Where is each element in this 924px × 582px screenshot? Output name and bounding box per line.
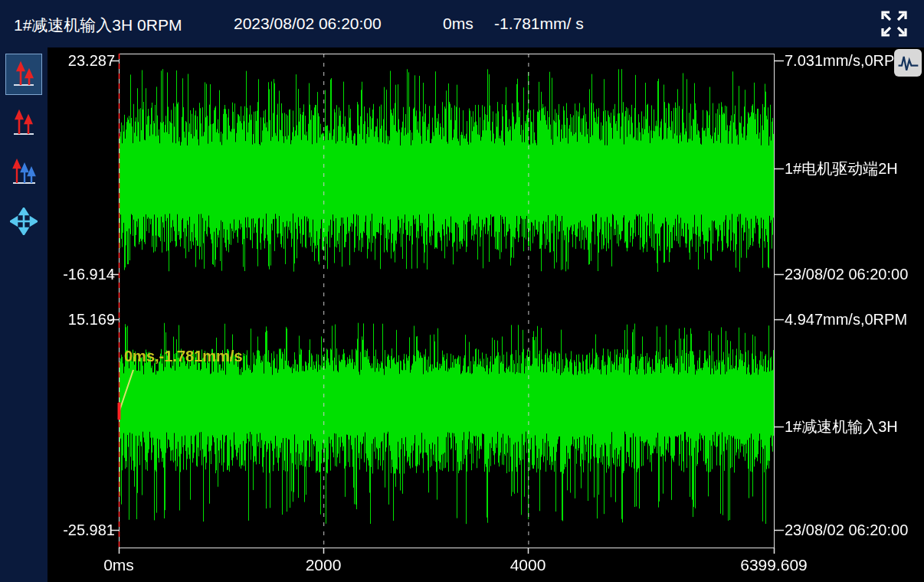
waveform-icon [896, 51, 920, 75]
waveform-chart-area: 23.287 -16.914 15.169 -25.981 7.031mm/s,… [48, 47, 924, 582]
ch1-peak-label: 7.031mm/s,0RPM [785, 51, 907, 70]
tool-sidebar [0, 47, 48, 582]
x-tick-4000: 4000 [510, 556, 546, 574]
x-axis-ticks [120, 548, 775, 554]
harmonic-markers-icon [10, 109, 38, 138]
ch2-time-label: 23/08/02 06:20:00 [785, 521, 908, 539]
ch2-y-max-label: 15.169 [48, 310, 115, 329]
x-tick-2000: 2000 [306, 556, 342, 574]
waveform-canvas[interactable] [119, 54, 774, 548]
tool-sideband-markers-button[interactable] [5, 152, 42, 193]
waveform-mode-button[interactable] [894, 49, 922, 77]
pan-move-icon [10, 208, 38, 235]
ch2-peak-label: 4.947mm/s,0RPM [785, 310, 907, 329]
tool-pan-button[interactable] [5, 201, 42, 242]
header-cursor-value: -1.781mm/ s [494, 15, 584, 33]
x-tick-end: 6399.609 [740, 556, 808, 574]
header-bar: 1#减速机输入3H 0RPM 2023/08/02 06:20:00 0ms -… [0, 0, 924, 47]
y-axis-ticks-right [774, 61, 784, 531]
single-marker-impulse-icon [10, 60, 38, 89]
channel-title: 1#减速机输入3H 0RPM [14, 15, 182, 36]
header-datetime: 2023/08/02 06:20:00 [234, 15, 382, 33]
vibration-analyzer-app: 1#减速机输入3H 0RPM 2023/08/02 06:20:00 0ms -… [0, 0, 924, 582]
tool-single-marker-button[interactable] [5, 54, 42, 95]
x-tick-0: 0ms [103, 556, 134, 574]
ch1-channel-name: 1#电机驱动端2H [785, 159, 898, 178]
sideband-markers-icon [10, 158, 38, 187]
fullscreen-button[interactable] [880, 9, 909, 38]
ch1-time-label: 23/08/02 06:20:00 [785, 265, 908, 283]
ch2-y-min-label: -25.981 [48, 521, 115, 539]
ch2-channel-name: 1#减速机输入3H [785, 417, 898, 436]
ch1-y-min-label: -16.914 [48, 265, 115, 283]
tool-harmonic-markers-button[interactable] [5, 103, 42, 144]
header-cursor-time: 0ms [443, 15, 473, 33]
y-axis-ticks-left [110, 61, 119, 531]
fullscreen-expand-icon [880, 9, 909, 38]
ch1-y-max-label: 23.287 [48, 51, 115, 70]
cursor-annotation: 0ms,-1.781mm/s [124, 348, 243, 365]
